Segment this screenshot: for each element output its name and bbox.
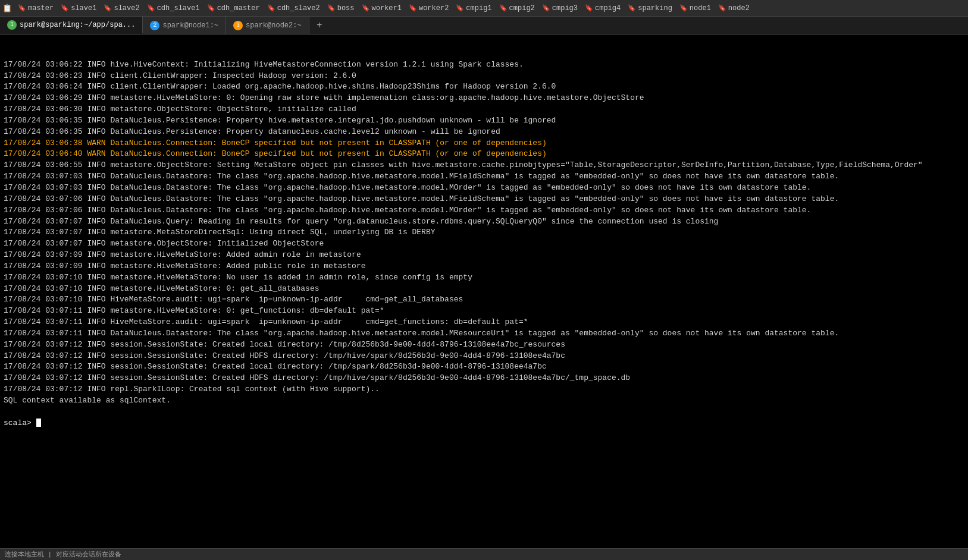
bookmark-master[interactable]: 🔖master xyxy=(14,4,57,12)
terminal-line: 17/08/24 03:06:35 INFO DataNucleus.Persi… xyxy=(4,127,964,138)
tab-number: 1 xyxy=(7,20,17,30)
terminal-line: 17/08/24 03:07:12 INFO session.SessionSt… xyxy=(4,351,964,362)
terminal-line: 17/08/24 03:07:03 INFO DataNucleus.Datas… xyxy=(4,183,964,194)
tab-label: spark@sparking:~/app/spa... xyxy=(20,21,135,29)
bookmark-slave2[interactable]: 🔖slave2 xyxy=(100,4,143,12)
bookmark-cmpig1[interactable]: 🔖cmpig1 xyxy=(452,4,495,12)
bookmark-icon: 🔖 xyxy=(628,4,636,12)
bookmark-icon: 🔖 xyxy=(679,4,688,12)
terminal-line: 17/08/24 03:06:30 INFO metastore.ObjectS… xyxy=(4,104,964,115)
bookmark-label: cdh_master xyxy=(217,4,260,12)
bookmark-node2[interactable]: 🔖node2 xyxy=(715,4,753,12)
bookmark-label: master xyxy=(28,4,54,12)
terminal-line: 17/08/24 03:06:35 INFO DataNucleus.Persi… xyxy=(4,115,964,127)
terminal-output[interactable]: 17/08/24 03:06:22 INFO hive.HiveContext:… xyxy=(0,34,968,548)
terminal-line: 17/08/24 03:07:12 INFO repl.SparkILoop: … xyxy=(4,384,964,395)
bookmark-label: cmpig1 xyxy=(466,4,491,12)
terminal-line: 17/08/24 03:06:23 INFO client.ClientWrap… xyxy=(4,71,964,82)
terminal-line: 17/08/24 03:06:22 INFO hive.HiveContext:… xyxy=(4,59,964,71)
terminal-line: 17/08/24 03:06:55 INFO metastore.ObjectS… xyxy=(4,160,964,171)
bookmark-icon: 🔖 xyxy=(456,4,464,12)
status-bar: 连接本地主机 | 对应活动会话所在设备 xyxy=(0,548,968,560)
bookmark-label: cmpig4 xyxy=(595,4,621,12)
bookmark-icon: 🔖 xyxy=(147,4,155,12)
bookmark-icon: 🔖 xyxy=(104,4,112,12)
bookmark-icon-prefix: 📋 xyxy=(2,4,12,13)
terminal-line: 17/08/24 03:07:06 INFO DataNucleus.Datas… xyxy=(4,194,964,205)
bookmark-icon: 🔖 xyxy=(61,4,69,12)
terminal-line: 17/08/24 03:07:12 INFO session.SessionSt… xyxy=(4,361,964,373)
bookmark-cdh_master[interactable]: 🔖cdh_master xyxy=(203,4,264,12)
terminal-line: 17/08/24 03:07:06 INFO DataNucleus.Datas… xyxy=(4,205,964,216)
bookmark-label: slave2 xyxy=(114,4,139,12)
bookmark-sparking[interactable]: 🔖sparking xyxy=(624,4,676,12)
bookmark-label: cdh_slave2 xyxy=(277,4,320,12)
bookmark-worker2[interactable]: 🔖worker2 xyxy=(405,4,452,12)
bookmark-icon: 🔖 xyxy=(267,4,275,12)
bookmark-bar: 📋 🔖master🔖slave1🔖slave2🔖cdh_slave1🔖cdh_m… xyxy=(0,0,968,17)
add-tab-button[interactable]: + xyxy=(312,18,327,33)
bookmark-label: sparking xyxy=(638,4,672,12)
bookmark-worker1[interactable]: 🔖worker1 xyxy=(358,4,405,12)
bookmark-node1[interactable]: 🔖node1 xyxy=(676,4,715,12)
bookmark-boss[interactable]: 🔖boss xyxy=(324,4,358,12)
terminal-cursor xyxy=(36,419,41,427)
bookmark-cdh_slave1[interactable]: 🔖cdh_slave1 xyxy=(143,4,203,12)
session-tab-2[interactable]: 3spark@node2:~ xyxy=(226,17,309,34)
terminal-line: 17/08/24 03:07:10 INFO metastore.HiveMet… xyxy=(4,284,964,295)
bookmark-slave1[interactable]: 🔖slave1 xyxy=(57,4,100,12)
bookmark-icon: 🔖 xyxy=(207,4,215,12)
tab-label: spark@node1:~ xyxy=(162,21,218,30)
terminal-line: 17/08/24 03:07:03 INFO DataNucleus.Datas… xyxy=(4,171,964,183)
terminal-line: 17/08/24 03:07:09 INFO metastore.HiveMet… xyxy=(4,261,964,272)
terminal-line: 17/08/24 03:07:11 INFO HiveMetaStore.aud… xyxy=(4,317,964,328)
terminal-line: 17/08/24 03:06:40 WARN DataNucleus.Conne… xyxy=(4,149,964,160)
bookmark-label: worker1 xyxy=(372,4,402,12)
bookmark-cdh_slave2[interactable]: 🔖cdh_slave2 xyxy=(264,4,324,12)
session-tab-1[interactable]: 2spark@node1:~ xyxy=(143,17,226,34)
bookmark-icon: 🔖 xyxy=(585,4,593,12)
bookmark-cmpig3[interactable]: 🔖cmpig3 xyxy=(538,4,581,12)
bookmark-icon: 🔖 xyxy=(499,4,508,12)
terminal-line: 17/08/24 03:07:07 INFO metastore.MetaSto… xyxy=(4,227,964,238)
terminal-line: SQL context available as sqlContext. xyxy=(4,395,964,407)
bookmark-label: worker2 xyxy=(419,4,449,12)
bookmark-icon: 🔖 xyxy=(327,4,336,12)
bookmark-icon: 🔖 xyxy=(542,4,550,12)
terminal-line: 17/08/24 03:06:24 INFO client.ClientWrap… xyxy=(4,81,964,93)
bookmark-icon: 🔖 xyxy=(362,4,370,12)
session-tab-0[interactable]: 1spark@sparking:~/app/spa... xyxy=(0,17,143,34)
terminal-line: 17/08/24 03:06:29 INFO metastore.HiveMet… xyxy=(4,93,964,104)
bookmark-icon: 🔖 xyxy=(18,4,26,12)
bookmark-cmpig2[interactable]: 🔖cmpig2 xyxy=(496,4,538,12)
terminal-line xyxy=(4,407,964,418)
bookmark-label: cmpig3 xyxy=(552,4,578,12)
bookmark-label: node2 xyxy=(728,4,750,12)
bookmark-icon: 🔖 xyxy=(409,4,417,12)
terminal-line: 17/08/24 03:07:07 INFO DataNucleus.Query… xyxy=(4,216,964,228)
terminal-line: 17/08/24 03:07:11 INFO DataNucleus.Datas… xyxy=(4,328,964,339)
terminal-line: 17/08/24 03:07:10 INFO HiveMetaStore.aud… xyxy=(4,294,964,306)
terminal-line: 17/08/24 03:07:12 INFO session.SessionSt… xyxy=(4,339,964,351)
tab-label: spark@node2:~ xyxy=(246,21,302,30)
status-text: 连接本地主机 | 对应活动会话所在设备 xyxy=(5,550,121,559)
tab-number: 3 xyxy=(233,21,243,30)
bookmark-label: slave1 xyxy=(71,4,96,12)
bookmark-label: cmpig2 xyxy=(509,4,535,12)
bookmark-label: node1 xyxy=(690,4,711,12)
terminal-line: 17/08/24 03:07:07 INFO metastore.ObjectS… xyxy=(4,238,964,250)
terminal-line: 17/08/24 03:06:38 WARN DataNucleus.Conne… xyxy=(4,138,964,149)
terminal-line: 17/08/24 03:07:11 INFO metastore.HiveMet… xyxy=(4,306,964,317)
session-tab-bar: 1spark@sparking:~/app/spa...2spark@node1… xyxy=(0,17,968,34)
terminal-line: 17/08/24 03:07:09 INFO metastore.HiveMet… xyxy=(4,250,964,261)
bookmark-icon: 🔖 xyxy=(718,4,726,12)
terminal-line: scala> xyxy=(4,418,964,429)
bookmark-label: cdh_slave1 xyxy=(157,4,200,12)
terminal-line: 17/08/24 03:07:10 INFO metastore.HiveMet… xyxy=(4,272,964,284)
terminal-line: 17/08/24 03:07:12 INFO session.SessionSt… xyxy=(4,373,964,384)
bookmark-cmpig4[interactable]: 🔖cmpig4 xyxy=(581,4,624,12)
tab-number: 2 xyxy=(150,21,159,30)
bookmark-label: boss xyxy=(337,4,355,12)
